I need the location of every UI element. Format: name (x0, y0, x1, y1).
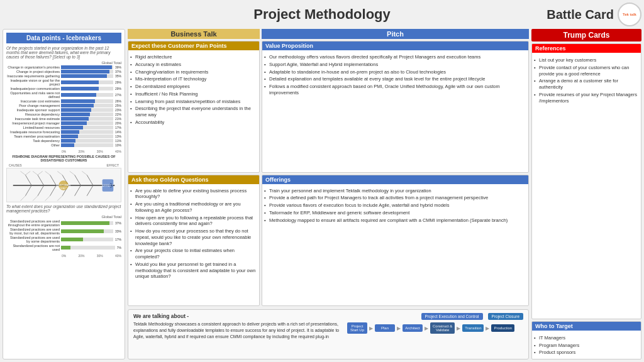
bar-container (61, 65, 113, 69)
offerings-header: Offerings (262, 175, 528, 184)
pain-points-header: Expect these Customer Pain Points (128, 41, 259, 50)
references-list: List out your key customersProvide conta… (534, 57, 639, 104)
svg-line-2 (25, 175, 31, 185)
list-item: Insufficient / No Risk Planning (130, 91, 257, 97)
bar-row: Inaccurate task time estimate 21% (6, 117, 121, 121)
svg-line-15 (25, 172, 30, 175)
bar-label: Team member procrastination (6, 134, 60, 138)
pitch-col: Pitch Value Proposition Our methodology … (262, 29, 529, 306)
list-item: Rigid architecture (130, 54, 257, 60)
svg-line-23 (33, 196, 38, 201)
bar-fill (61, 139, 75, 143)
battle-card-title: Battle Card (547, 8, 614, 22)
bar-row: Inadequate/poor communication 29% (6, 87, 121, 90)
bar-container (61, 139, 113, 143)
svg-line-21 (82, 172, 87, 175)
bar-row: Change in organization's priorities 39% (6, 65, 121, 69)
xaxis-2: 0%20%30%40% (62, 254, 121, 258)
svg-line-18 (45, 172, 50, 175)
bar-label: Inadequate resource forecasting (6, 130, 60, 134)
bar-label: Inaccurate cost estimates (6, 99, 60, 103)
who-header: Who to Target (532, 322, 641, 331)
pitch-title: Pitch (262, 29, 529, 39)
svg-line-17 (38, 172, 43, 175)
workflow-area: Project Start Up▶Plan▶Architect▶Construc… (347, 322, 523, 334)
bar-row: Limited/taxed resources 17% (6, 126, 121, 129)
svg-line-4 (50, 175, 56, 185)
bar-label: Opportunities and risks were not defined (6, 91, 60, 99)
bar-container (61, 229, 113, 233)
svg-line-14 (21, 172, 26, 175)
bar-row: Standardized practices are not used 7% (6, 244, 121, 251)
bar-value: 10% (115, 143, 121, 147)
bottom-text-area: We are talking about - Tektalk Methodolo… (133, 313, 342, 339)
list-item: Adaptable to standalone in-house and on-… (264, 69, 526, 75)
golden-questions-header: Ask these Golden Questions (128, 175, 259, 184)
bar-value: 29% (115, 80, 121, 84)
bar-container (61, 93, 113, 97)
middle-panel: Business Talk Expect these Customer Pain… (128, 29, 529, 359)
bar-container (61, 80, 113, 84)
svg-line-12 (75, 185, 81, 196)
header-row: Project Methodology Battle Card Tek talk (3, 3, 641, 26)
list-item: Train your personnel and implement Tekta… (264, 188, 526, 194)
workflow-box: Production (491, 324, 514, 332)
workflow-box: Plan (375, 324, 395, 332)
value-prop-box: Value Proposition Our methodology offers… (262, 41, 529, 173)
bar-fill (61, 126, 83, 129)
bar-value: 25% (115, 104, 121, 107)
bar-value: 20% (115, 121, 121, 125)
bar-fill (61, 246, 70, 250)
value-prop-list: Our methodology offers various flavors d… (264, 54, 526, 96)
bottom-bar: We are talking about - Tektalk Methodolo… (128, 309, 529, 359)
svg-text:SATISFACTION: SATISFACTION (56, 187, 72, 190)
fishbone-label: FISHBONE DIAGRAM REPRESENTING POSSIBLE C… (6, 155, 121, 162)
bar-label: Poor change management (6, 104, 60, 107)
list-item: Provide contact of your customers who ca… (534, 65, 639, 77)
svg-line-6 (75, 175, 81, 185)
bar-chart-2: Standardized practices are used througho… (6, 219, 121, 251)
svg-line-24 (45, 196, 50, 201)
svg-line-20 (70, 172, 75, 175)
list-item: Support Agile, Waterfall and Hybrid impl… (264, 62, 526, 68)
svg-text:CUSTOMER: CUSTOMER (57, 184, 70, 187)
bar-row: Inadequate resource forecasting 14% (6, 130, 121, 134)
list-item: Accuracy in estimates (130, 62, 257, 68)
workflow-box: Architect (402, 324, 423, 332)
bar-label: Change in project objectives (6, 70, 60, 74)
bar-value: 33% (115, 229, 121, 233)
bottom-description: Tektalk Methodology showcases a consiste… (133, 321, 342, 339)
bar-container (61, 74, 113, 78)
tektalk-logo: Tek talk (618, 3, 641, 26)
bar-row: Standardized practices are used througho… (6, 219, 121, 227)
bar-row: Resource dependency 22% (6, 112, 121, 116)
bar-container (61, 221, 113, 225)
bar-row: Inadequate sponsor support 23% (6, 108, 121, 112)
question2: To what extent does your organization us… (6, 204, 121, 213)
arrow-icon: ▶ (397, 326, 401, 331)
bar-container (61, 104, 113, 107)
business-talk-col: Business Talk Expect these Customer Pain… (128, 29, 260, 306)
bar-label: Standardized practices are used througho… (6, 219, 60, 227)
bar-label: Inadequate sponsor support (6, 108, 60, 112)
bar-fill (61, 238, 83, 241)
bar-row: Opportunities and risks were not defined… (6, 91, 121, 99)
bar-value: 11% (115, 139, 121, 143)
bar-row: Inaccurate cost estimates 26% (6, 99, 121, 103)
offerings-content: Train your personnel and implement Tekta… (262, 186, 528, 227)
list-item: Mis-interpretation of IT technology (130, 76, 257, 82)
bar-value: 37% (115, 221, 121, 225)
arrow-icon: ▶ (457, 326, 460, 331)
global-total-label2: Global Total (6, 215, 121, 219)
bar-fill (61, 117, 89, 121)
list-item: Changing/variation in requirements (130, 69, 257, 75)
workflow-box: Project Start Up (347, 322, 367, 334)
right-panel: Trump Cards References List out your key… (531, 29, 641, 359)
arrow-icon: ▶ (486, 326, 489, 331)
pain-points-list: Rigid architectureAccuracy in estimatesC… (130, 54, 257, 126)
bar-row: Task dependency 11% (6, 139, 121, 143)
references-content: List out your key customersProvide conta… (532, 55, 641, 107)
page: Project Methodology Battle Card Tek talk… (0, 0, 644, 362)
arrow-icon: ▶ (425, 326, 428, 331)
bar-container (61, 99, 113, 103)
